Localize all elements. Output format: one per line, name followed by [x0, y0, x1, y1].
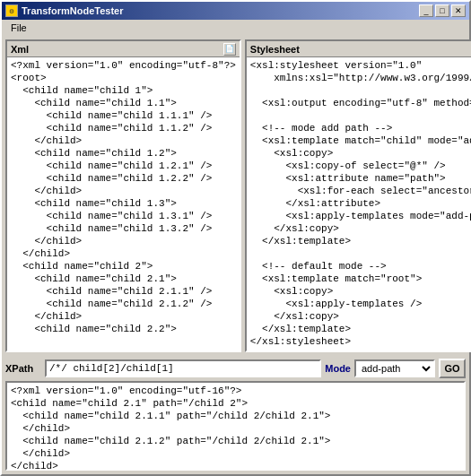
output-panel[interactable]: <?xml version="1.0" encoding="utf-16"?> …	[5, 381, 466, 471]
menu-bar: File	[2, 20, 469, 36]
xpath-label: XPath	[5, 363, 41, 374]
go-button[interactable]: GO	[439, 359, 466, 378]
xml-panel: Xml 📄 <?xml version="1.0" encoding="utf-…	[5, 39, 241, 352]
xml-panel-header: Xml 📄	[7, 41, 240, 57]
xml-panel-button[interactable]: 📄	[223, 43, 236, 56]
close-button[interactable]: ✕	[451, 4, 466, 17]
stylesheet-panel: Stylesheet 📄 <xsl:stylesheet version="1.…	[245, 39, 471, 352]
title-bar-left: ⚙ TransformNodeTester	[5, 4, 124, 17]
stylesheet-panel-header: Stylesheet 📄	[247, 41, 471, 57]
window-title: TransformNodeTester	[22, 5, 124, 16]
file-menu[interactable]: File	[5, 22, 32, 34]
mode-label: Mode	[325, 363, 351, 374]
maximize-button[interactable]: □	[435, 4, 449, 17]
main-window: ⚙ TransformNodeTester _ □ ✕ File Xml 📄 <…	[0, 0, 471, 476]
xml-panel-content[interactable]: <?xml version="1.0" encoding="utf-8"?> <…	[7, 57, 240, 351]
stylesheet-panel-content[interactable]: <xsl:stylesheet version="1.0" xmlns:xsl=…	[247, 57, 471, 351]
minimize-button[interactable]: _	[419, 4, 433, 17]
mode-select[interactable]: add-pathdefault	[354, 359, 435, 377]
stylesheet-panel-title: Stylesheet	[250, 44, 300, 55]
xml-panel-title: Xml	[11, 44, 29, 55]
xpath-input[interactable]	[45, 359, 321, 377]
title-bar: ⚙ TransformNodeTester _ □ ✕	[2, 2, 469, 20]
output-content: <?xml version="1.0" encoding="utf-16"?> …	[7, 383, 464, 471]
app-icon: ⚙	[5, 4, 18, 17]
xpath-row: XPath Mode add-pathdefault GO	[2, 356, 469, 381]
panels-row: Xml 📄 <?xml version="1.0" encoding="utf-…	[2, 36, 469, 356]
title-buttons: _ □ ✕	[419, 4, 466, 17]
